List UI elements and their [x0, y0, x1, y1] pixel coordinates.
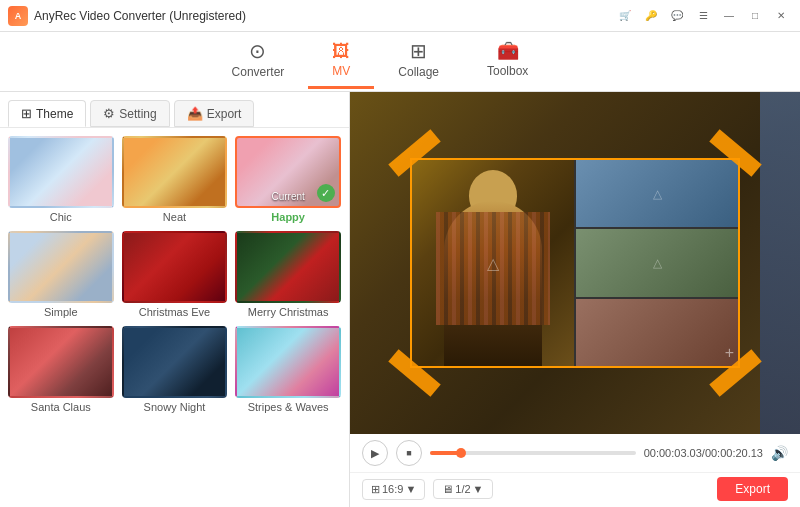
- sub-tabs: ⊞ Theme ⚙ Setting 📤 Export: [0, 92, 349, 128]
- toolbox-icon: 🧰: [497, 42, 519, 60]
- export-tab-label: Export: [207, 107, 242, 121]
- main-layout: ⊞ Theme ⚙ Setting 📤 Export Chic Neat: [0, 92, 800, 507]
- collage-icon: ⊞: [410, 41, 427, 61]
- theme-merry-christmas-label: Merry Christmas: [248, 306, 329, 318]
- nav-label-converter: Converter: [232, 65, 285, 79]
- progress-bar[interactable]: [430, 451, 636, 455]
- main-cell-indicator: △: [487, 254, 499, 273]
- video-cell-main: △: [412, 160, 574, 366]
- key-icon[interactable]: 🔑: [640, 5, 662, 27]
- page-arrow: ▼: [473, 483, 484, 495]
- mv-preview: △ △ △ +: [405, 153, 745, 373]
- player-controls: ▶ ■ 00:00:03.03/00:00:20.13 🔊: [350, 434, 800, 472]
- page-value: 1/2: [455, 483, 470, 495]
- nav-item-mv[interactable]: 🖼 MV: [308, 34, 374, 89]
- chat-icon[interactable]: 💬: [666, 5, 688, 27]
- theme-chic-label: Chic: [50, 211, 72, 223]
- close-button[interactable]: ✕: [770, 5, 792, 27]
- theme-current[interactable]: ✓ Current Happy: [235, 136, 341, 223]
- nav-label-toolbox: Toolbox: [487, 64, 528, 78]
- theme-current-label-overlay: Current: [271, 191, 304, 202]
- setting-tab-label: Setting: [119, 107, 156, 121]
- theme-santa-claus-label: Santa Claus: [31, 401, 91, 413]
- time-display: 00:00:03.03/00:00:20.13: [644, 447, 763, 459]
- cell-3-indicator: △: [653, 256, 662, 270]
- theme-simple[interactable]: Simple: [8, 231, 114, 318]
- window-controls: 🛒 🔑 💬 ☰ — □ ✕: [614, 5, 792, 27]
- cell-2-indicator: △: [653, 187, 662, 201]
- theme-happy-label: Happy: [271, 211, 305, 223]
- left-panel: ⊞ Theme ⚙ Setting 📤 Export Chic Neat: [0, 92, 350, 507]
- export-button[interactable]: Export: [717, 477, 788, 501]
- title-bar: A AnyRec Video Converter (Unregistered) …: [0, 0, 800, 32]
- maximize-button[interactable]: □: [744, 5, 766, 27]
- nav-label-mv: MV: [332, 64, 350, 78]
- nav-item-converter[interactable]: ⊙ Converter: [208, 33, 309, 90]
- nav-item-collage[interactable]: ⊞ Collage: [374, 33, 463, 90]
- tab-setting[interactable]: ⚙ Setting: [90, 100, 169, 127]
- controls-row2: ⊞ 16:9 ▼ 🖥 1/2 ▼ Export: [350, 472, 800, 507]
- theme-stripes-waves[interactable]: Stripes & Waves: [235, 326, 341, 413]
- nav-label-collage: Collage: [398, 65, 439, 79]
- monitor-icon: 🖥: [442, 483, 453, 495]
- progress-thumb: [456, 448, 466, 458]
- current-time: 00:00:03.03: [644, 447, 702, 459]
- theme-snowy-night[interactable]: Snowy Night: [122, 326, 228, 413]
- export-tab-icon: 📤: [187, 106, 203, 121]
- theme-tab-icon: ⊞: [21, 106, 32, 121]
- aspect-ratio-arrow: ▼: [405, 483, 416, 495]
- setting-tab-icon: ⚙: [103, 106, 115, 121]
- stop-button[interactable]: ■: [396, 440, 422, 466]
- aspect-ratio-icon: ⊞: [371, 483, 380, 496]
- app-title: AnyRec Video Converter (Unregistered): [34, 9, 614, 23]
- video-grid: △ △ △ +: [410, 158, 740, 368]
- nav-item-toolbox[interactable]: 🧰 Toolbox: [463, 34, 552, 89]
- preview-area: △ △ △ +: [350, 92, 800, 434]
- theme-christmas-eve[interactable]: Christmas Eve: [122, 231, 228, 318]
- video-cell-2: △: [576, 160, 738, 227]
- right-panel: △ △ △ +: [350, 92, 800, 507]
- volume-icon[interactable]: 🔊: [771, 445, 788, 461]
- mv-icon: 🖼: [332, 42, 350, 60]
- shop-icon[interactable]: 🛒: [614, 5, 636, 27]
- theme-christmas-eve-label: Christmas Eve: [139, 306, 211, 318]
- video-cell-3: △: [576, 229, 738, 296]
- theme-neat[interactable]: Neat: [122, 136, 228, 223]
- tab-export[interactable]: 📤 Export: [174, 100, 255, 127]
- theme-snowy-night-label: Snowy Night: [144, 401, 206, 413]
- theme-simple-label: Simple: [44, 306, 78, 318]
- theme-tab-label: Theme: [36, 107, 73, 121]
- theme-stripes-waves-label: Stripes & Waves: [248, 401, 329, 413]
- aspect-ratio-select[interactable]: ⊞ 16:9 ▼: [362, 479, 425, 500]
- theme-neat-label: Neat: [163, 211, 186, 223]
- page-indicator[interactable]: 🖥 1/2 ▼: [433, 479, 492, 499]
- top-nav: ⊙ Converter 🖼 MV ⊞ Collage 🧰 Toolbox: [0, 32, 800, 92]
- theme-chic[interactable]: Chic: [8, 136, 114, 223]
- aspect-ratio-value: 16:9: [382, 483, 403, 495]
- play-button[interactable]: ▶: [362, 440, 388, 466]
- menu-icon[interactable]: ☰: [692, 5, 714, 27]
- total-time: 00:00:20.13: [705, 447, 763, 459]
- theme-santa-claus[interactable]: Santa Claus: [8, 326, 114, 413]
- video-cell-4: +: [576, 299, 738, 366]
- cell-4-plus: +: [725, 344, 734, 362]
- app-logo: A: [8, 6, 28, 26]
- theme-merry-christmas[interactable]: Merry Christmas: [235, 231, 341, 318]
- tab-theme[interactable]: ⊞ Theme: [8, 100, 86, 127]
- theme-grid: Chic Neat ✓ Current Happy Simple: [0, 128, 349, 507]
- converter-icon: ⊙: [249, 41, 266, 61]
- minimize-button[interactable]: —: [718, 5, 740, 27]
